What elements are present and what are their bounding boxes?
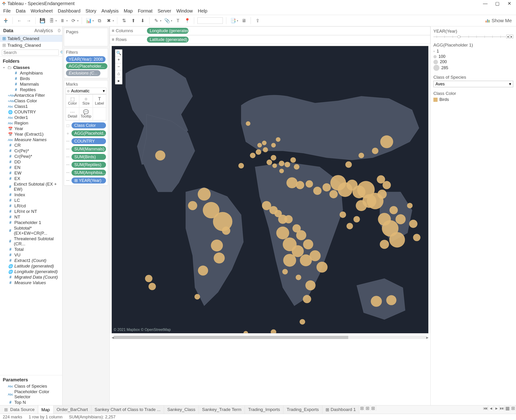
map-bubble[interactable] [306,280,316,290]
map-bubble[interactable] [329,190,338,198]
menu-worksheet[interactable]: Worksheet [30,8,52,14]
map-bubble[interactable] [300,319,305,325]
folder-classes[interactable]: ▾🗀Classes [0,65,62,70]
mark-pill[interactable]: SUM(Mammals) [72,146,106,152]
map-bubble[interactable] [198,188,210,201]
field-item[interactable]: #Extract1 (Count) [0,258,62,263]
menu-help[interactable]: Help [198,8,207,14]
field-item[interactable]: 🌐Longitude (generated) [0,269,62,274]
close-button[interactable]: ✕ [507,1,512,6]
map-bubble[interactable] [313,187,322,195]
year-prev-button[interactable]: ◂ [506,35,509,38]
field-item[interactable]: #Threatened Subtotal (CR... [0,236,62,247]
menu-story[interactable]: Story [86,8,97,14]
map-bubble[interactable] [409,220,418,228]
map-pan-button[interactable]: ▸ [115,77,122,84]
field-item[interactable]: 🌐Latitude (generated) [0,263,62,269]
field-item[interactable]: #Cr(Pe)* [0,148,62,154]
menu-window[interactable]: Window [176,8,193,14]
field-item[interactable]: #DD [0,159,62,165]
show-cards-button[interactable]: 📑▾ [230,17,238,24]
rows-pill[interactable]: Latitude (generated) [147,37,189,43]
map-bubble[interactable] [155,150,165,160]
map-bubble[interactable] [306,180,313,188]
field-item[interactable]: 🌐COUNTRY [0,109,62,115]
field-item[interactable]: AbcRegion [0,120,62,126]
field-item[interactable]: AbcMeasure Names [0,137,62,142]
map-bubble[interactable] [340,211,346,218]
field-item[interactable]: =AbcAntarctica Filter [0,93,62,98]
map-bubble[interactable] [371,296,382,307]
datasource-trading[interactable]: ⊞Trading_Cleaned [0,42,62,49]
minimize-button[interactable]: — [483,1,488,6]
field-item[interactable]: AbcOrder1 [0,115,62,120]
field-item[interactable]: 📅Year (Extract1) [0,131,62,137]
sheet-tab[interactable]: Trading_Imports [245,405,284,414]
map-search-icon[interactable]: 🔍 [115,50,122,56]
field-item[interactable]: #EW [0,170,62,176]
sheet-tab[interactable]: Order_BarChart [53,405,91,414]
map-bubble[interactable] [149,283,156,290]
tab-analytics[interactable]: Analytics0 [31,26,62,35]
map-bubble[interactable] [279,161,284,166]
field-item[interactable]: =AbcClass Color [0,98,62,104]
tableau-logo-small-icon[interactable] [2,17,9,24]
sheet-tab[interactable]: ⊞Dashboard 1 [322,405,359,414]
field-item[interactable]: 📅Year [0,126,62,131]
field-birds[interactable]: #Birds [0,76,62,82]
map-bubble[interactable] [198,265,208,275]
mark-pill[interactable]: SUM(Reptiles) [72,162,106,168]
field-item[interactable]: #NT [0,214,62,220]
new-sheet-button[interactable]: 📊▾ [85,17,94,24]
filter-pill[interactable]: AGG(Placeholder... [66,63,107,69]
menu-format[interactable]: Format [138,8,152,14]
show-me-button[interactable]: Show Me [485,18,512,23]
map-bubble[interactable] [296,230,306,240]
tab-data[interactable]: Data [0,26,31,35]
year-slider[interactable]: ◂▸ [434,35,513,39]
map-bubble[interactable] [262,141,267,145]
param-item[interactable]: AbcPlaceholder Color Selector [0,389,62,400]
sheet-tab[interactable]: Map [38,405,53,414]
menu-data[interactable]: Data [16,8,25,14]
columns-pill[interactable]: Longitude (generated) [147,28,189,34]
map-bubble[interactable] [303,295,311,303]
field-item[interactable]: #VU [0,252,62,258]
sort-desc-button[interactable]: ⬇ [139,17,146,24]
class-selector[interactable]: Aves▾ [434,81,513,87]
map-bubble[interactable] [256,149,261,155]
map-bubble[interactable] [359,153,364,158]
menu-server[interactable]: Server [157,8,171,14]
sort-asc-button[interactable]: ⬆ [130,17,137,24]
mark-type-selector[interactable]: ○Automatic▾ [66,88,106,94]
field-item[interactable]: #Subtotal* (EX+EW+CR(P... [0,225,62,236]
filters-shelf[interactable]: Filters YEAR(Year): 2008AGG(Placeholder.… [64,48,108,78]
map-bubble[interactable] [389,232,405,248]
clear-button[interactable]: ✖▾ [105,17,114,24]
field-item[interactable]: AbcClass1 [0,104,62,109]
map-bubble[interactable] [283,254,296,267]
filter-pill[interactable]: YEAR(Year): 2008 [66,56,105,62]
map-bubble[interactable] [377,175,385,183]
datasource-table5[interactable]: ⊞Table5_Cleaned [0,35,62,42]
mark-label-button[interactable]: TLabel [93,94,106,107]
redo-button[interactable]: → [25,17,32,24]
horizontal-scrollbar[interactable]: ◂▸ [112,335,428,339]
save-button[interactable]: 💾 [39,17,46,24]
map-bubble[interactable] [145,275,152,282]
filmstrip-button[interactable]: ▦ [505,405,510,411]
map-bubble[interactable] [300,254,312,266]
mark-size-button[interactable]: ○Size [79,94,93,107]
map-bubble[interactable] [296,275,301,280]
map-bubble[interactable] [284,215,293,223]
map-bubble[interactable] [286,177,298,188]
map-bubble[interactable] [396,214,406,224]
map-bubble[interactable] [222,226,230,235]
field-item[interactable]: #CR [0,142,62,148]
map-bubble[interactable] [322,183,331,191]
mark-pill[interactable]: SUM(Amphibia... [72,170,106,176]
param-item[interactable]: AbcClass of Species [0,383,62,389]
map-bubble[interactable] [380,135,393,148]
map-bubble[interactable] [284,162,290,167]
group-button[interactable]: 📎▾ [164,17,172,24]
